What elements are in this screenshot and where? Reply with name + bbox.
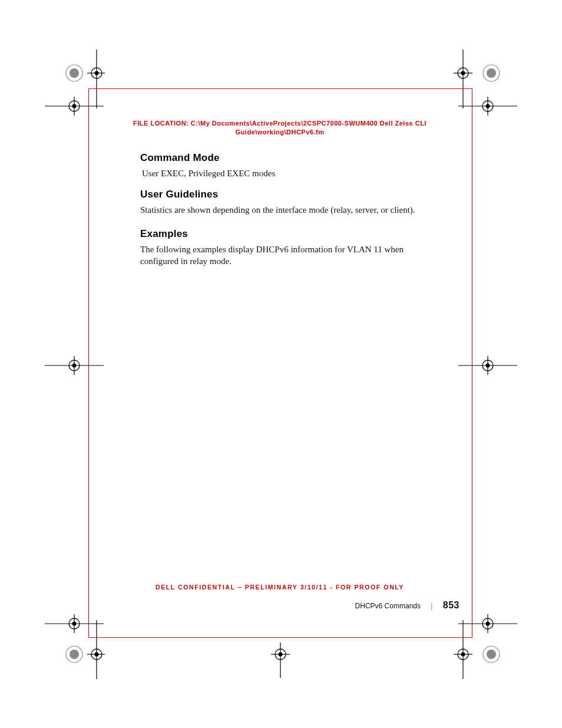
reg-mark-bottom-center (269, 643, 292, 666)
svg-point-0 (66, 65, 82, 81)
svg-point-41 (69, 618, 80, 629)
svg-point-17 (95, 653, 99, 657)
footer-section: DHCPv6 Commands (355, 602, 421, 610)
confidential-notice: DELL CONFIDENTIAL – PRELIMINARY 3/10/11 … (100, 584, 459, 591)
svg-point-4 (91, 68, 102, 78)
svg-point-13 (70, 650, 79, 659)
heading-user-guidelines: User Guidelines (140, 189, 458, 200)
svg-point-38 (486, 364, 490, 368)
footer: DHCPv6 Commands | 853 (100, 600, 459, 611)
svg-point-23 (487, 650, 496, 659)
svg-point-26 (72, 104, 77, 108)
svg-point-11 (487, 68, 496, 78)
svg-point-37 (482, 360, 493, 371)
svg-point-20 (458, 649, 468, 660)
file-location-path: C:\My Documents\ActiveProjects\2CSPC7000… (191, 120, 427, 136)
svg-point-8 (458, 68, 468, 78)
svg-point-25 (69, 101, 80, 111)
svg-point-5 (95, 71, 99, 75)
svg-point-22 (483, 646, 500, 663)
heading-command-mode: Command Mode (140, 152, 458, 164)
file-location: FILE LOCATION: C:\My Documents\ActivePro… (100, 119, 459, 137)
footer-separator: | (422, 602, 441, 610)
page: FILE LOCATION: C:\My Documents\ActivePro… (0, 0, 562, 728)
svg-point-9 (461, 71, 465, 75)
svg-point-42 (72, 622, 77, 626)
heading-examples: Examples (140, 228, 458, 240)
text-user-guidelines: Statistics are shown depending on the in… (140, 204, 458, 216)
svg-point-45 (482, 618, 493, 629)
footer-page-number: 853 (443, 600, 459, 610)
svg-point-46 (486, 622, 490, 626)
text-examples: The following examples display DHCPv6 in… (140, 243, 423, 268)
svg-point-51 (279, 653, 283, 657)
svg-point-12 (66, 646, 82, 663)
svg-point-29 (482, 101, 493, 111)
svg-point-10 (483, 65, 500, 81)
file-location-label: FILE LOCATION: (133, 120, 189, 127)
svg-point-30 (486, 104, 490, 108)
content: Command Mode User EXEC, Privileged EXEC … (140, 152, 458, 279)
text-command-mode: User EXEC, Privileged EXEC modes (140, 167, 458, 179)
svg-point-1 (70, 68, 79, 78)
svg-point-34 (72, 364, 77, 368)
svg-point-21 (461, 653, 465, 657)
svg-point-16 (91, 649, 102, 660)
svg-point-33 (69, 360, 80, 371)
